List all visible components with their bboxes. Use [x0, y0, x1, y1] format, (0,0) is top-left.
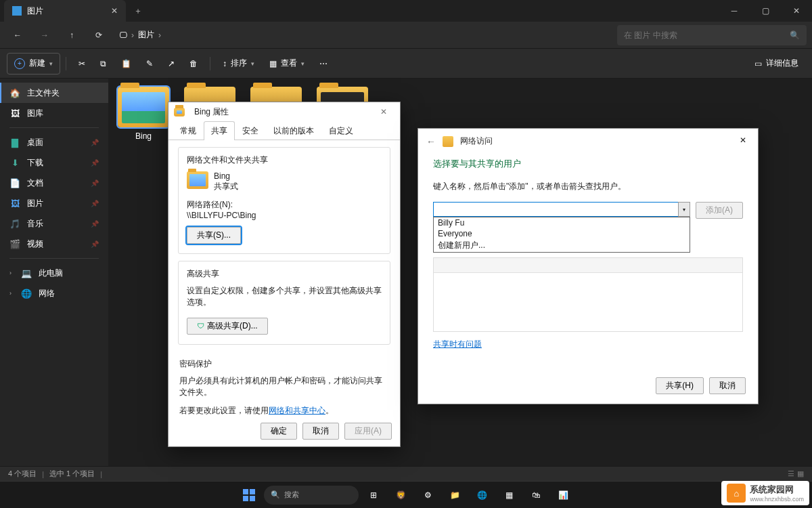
forward-button[interactable]: → — [32, 24, 57, 46]
dialog-titlebar[interactable]: Bing 属性 ✕ — [168, 102, 400, 121]
desktop-icon: ▇ — [9, 137, 20, 148]
tab-security[interactable]: 安全 — [235, 121, 266, 140]
divider — [9, 258, 99, 259]
delete-button[interactable]: 🗑 — [183, 53, 204, 75]
tab-custom[interactable]: 自定义 — [321, 121, 361, 140]
apply-button[interactable]: 应用(A) — [344, 423, 392, 440]
task-view-button[interactable]: ⊞ — [361, 484, 386, 506]
sidebar-item-network[interactable]: ›🌐网络 — [0, 283, 108, 303]
list-view-button[interactable]: ☰ — [788, 469, 794, 478]
cancel-button[interactable]: 取消 — [302, 423, 339, 440]
sidebar-item-desktop[interactable]: ▇桌面📌 — [0, 132, 108, 152]
minimize-button[interactable]: ─ — [719, 0, 750, 22]
details-pane-button[interactable]: ▭ 详细信息 — [748, 53, 805, 75]
dialog-title: Bing 属性 — [194, 106, 229, 118]
cut-button[interactable]: ✂ — [72, 53, 92, 75]
view-icon: ▦ — [269, 59, 277, 68]
back-button[interactable]: ← — [5, 24, 30, 46]
sidebar-item-downloads[interactable]: ⬇下载📌 — [0, 152, 108, 173]
pictures-icon: 🖼 — [9, 198, 20, 209]
grid-view-button[interactable]: ▦ — [797, 469, 804, 478]
sidebar-item-videos[interactable]: 🎬视频📌 — [0, 234, 108, 254]
trouble-link[interactable]: 共享时有问题 — [433, 339, 482, 350]
user-input[interactable] — [433, 202, 690, 217]
close-tab-button[interactable]: ✕ — [111, 6, 118, 16]
sidebar-item-home[interactable]: 🏠主文件夹 — [0, 83, 108, 103]
paste-button[interactable]: 📋 — [114, 53, 138, 75]
sidebar-item-gallery[interactable]: 🖼图库 — [0, 103, 108, 123]
dropdown-option[interactable]: 创建新用户... — [434, 239, 690, 252]
taskbar-app[interactable]: 🦁 — [388, 484, 413, 506]
up-button[interactable]: ↑ — [60, 24, 84, 46]
dialog-footer: 共享(H) 取消 — [656, 377, 746, 394]
back-button[interactable]: ← — [426, 136, 436, 147]
network-center-link[interactable]: 网络和共享中心 — [269, 406, 325, 415]
rename-button[interactable]: ✎ — [139, 53, 160, 75]
folder-icon — [187, 171, 208, 189]
breadcrumb[interactable]: 🖵 › 图片 › — [119, 29, 614, 41]
tab-sharing[interactable]: 共享 — [204, 121, 235, 140]
share-folder-icon — [443, 136, 453, 147]
ok-button[interactable]: 确定 — [261, 423, 297, 440]
maximize-button[interactable]: ▢ — [750, 0, 781, 22]
list-header — [434, 258, 742, 273]
watermark-url: www.hnzxhbsb.com — [750, 496, 804, 503]
user-combobox[interactable]: ▾ Billy Fu Everyone 创建新用户... — [433, 202, 690, 219]
add-button[interactable]: 添加(A) — [696, 202, 743, 219]
password-protect-group: 密码保护 用户必须具有此计算机的用户帐户和密码，才能访问共享文件夹。 若要更改此… — [178, 352, 390, 426]
refresh-button[interactable]: ⟳ — [87, 24, 111, 46]
taskbar-app[interactable]: ▦ — [497, 484, 521, 506]
dropdown-option[interactable]: Everyone — [434, 228, 690, 239]
share-button[interactable]: ↗ — [161, 53, 181, 75]
separator — [66, 57, 66, 70]
search-box[interactable]: 🔍 — [617, 25, 807, 45]
taskbar-app[interactable]: ⚙ — [415, 484, 440, 506]
folder-icon — [118, 87, 169, 127]
share-button[interactable]: 共享(S)... — [187, 227, 241, 244]
gallery-icon: 🖼 — [9, 108, 20, 119]
taskbar-explorer[interactable]: 📁 — [443, 484, 467, 506]
user-list[interactable] — [433, 257, 743, 332]
sort-button[interactable]: ↕ 排序 ▾ — [216, 53, 261, 75]
sidebar-item-music[interactable]: 🎵音乐📌 — [0, 213, 108, 234]
share-confirm-button[interactable]: 共享(H) — [656, 377, 704, 394]
sidebar-item-documents[interactable]: 📄文档📌 — [0, 173, 108, 193]
close-button[interactable]: ✕ — [373, 102, 394, 121]
copy-button[interactable]: ⧉ — [93, 53, 113, 75]
advanced-share-button[interactable]: 🛡高级共享(D)... — [187, 318, 268, 335]
sidebar-item-thispc[interactable]: ›💻此电脑 — [0, 263, 108, 283]
dropdown-button[interactable]: ▾ — [678, 202, 690, 217]
item-count: 4 个项目 — [8, 469, 37, 479]
close-window-button[interactable]: ✕ — [781, 0, 812, 22]
document-icon: 📄 — [9, 177, 20, 188]
new-button[interactable]: + 新建 ▾ — [7, 53, 60, 75]
taskbar-edge[interactable]: 🌐 — [470, 484, 494, 506]
tab-general[interactable]: 常规 — [173, 121, 204, 140]
taskbar-search[interactable]: 🔍搜索 — [264, 486, 359, 505]
share-icon: ↗ — [168, 59, 175, 68]
chevron-right-icon: › — [158, 30, 161, 40]
breadcrumb-item[interactable]: 图片 — [138, 29, 154, 41]
pictures-icon — [12, 6, 22, 16]
folder-label: Bing — [116, 131, 171, 141]
svg-rect-2 — [243, 496, 248, 501]
taskbar-app[interactable]: 📊 — [551, 484, 575, 506]
start-button[interactable] — [237, 484, 261, 506]
home-icon: 🏠 — [9, 87, 20, 98]
folder-icon — [174, 108, 185, 117]
view-button[interactable]: ▦ 查看 ▾ — [263, 53, 311, 75]
sidebar-item-pictures[interactable]: 🖼图片📌 — [0, 193, 108, 213]
folder-item-bing[interactable]: Bing — [116, 87, 171, 141]
dropdown-option[interactable]: Billy Fu — [434, 217, 690, 228]
add-tab-button[interactable]: ＋ — [126, 5, 150, 17]
search-input[interactable] — [624, 30, 784, 40]
cancel-button[interactable]: 取消 — [709, 377, 746, 394]
taskbar-store[interactable]: 🛍 — [524, 484, 548, 506]
hint-text: 键入名称，然后单击"添加"，或者单击箭头查找用户。 — [433, 181, 743, 192]
window-tab[interactable]: 图片 ✕ — [4, 0, 126, 22]
more-button[interactable]: ⋯ — [313, 53, 334, 75]
pin-icon: 📌 — [91, 179, 99, 187]
close-button[interactable]: ✕ — [734, 133, 752, 148]
tab-previous[interactable]: 以前的版本 — [266, 121, 321, 140]
pin-icon: 📌 — [91, 220, 99, 228]
